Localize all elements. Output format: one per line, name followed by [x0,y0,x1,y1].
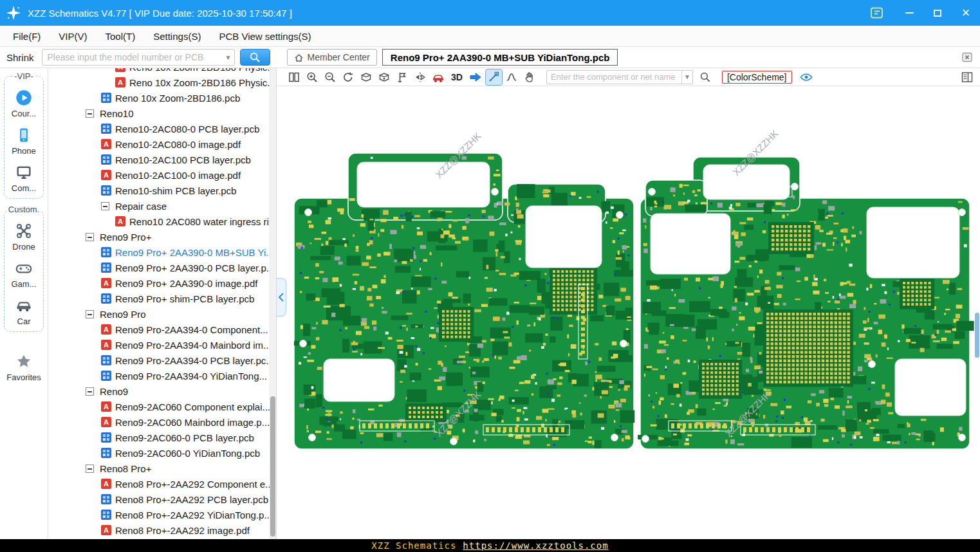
side-panel-toggle-button[interactable] [961,71,974,84]
file-tree-panel: AReno 10x Zoom-2BD186 Physic...AReno 10x… [48,68,277,539]
sidebar-item-course[interactable]: Cour... [5,89,43,118]
tree-item[interactable]: Reno 10x Zoom-2BD186.pcb [48,90,276,106]
curve-tool-button[interactable] [504,69,520,85]
colorscheme-button[interactable]: [ColorScheme] [722,71,792,84]
vip-group-label: -VIP- [12,71,35,81]
tree-item[interactable]: AReno10 2AC080 water ingress ri... [48,214,276,229]
sidebar-item-computer[interactable]: Com... [5,163,43,193]
mirror-flip-button[interactable] [412,69,428,85]
collapse-tree-button[interactable] [277,278,286,317]
rotate-view-button[interactable] [340,69,356,85]
tree-item-label: Reno9-2AC060 Mainbord image.p... [115,417,270,428]
pcb-file-icon [101,510,111,520]
tree-item[interactable]: AReno9 Pro+ 2AA390-0 image.pdf [48,275,276,291]
model-search-input[interactable] [42,52,223,62]
move-arrow-button[interactable] [468,69,484,85]
three-d-button[interactable]: 3D [448,72,466,82]
tree-item[interactable]: Reno9-2AC060-0 YiDianTong.pcb [48,445,276,461]
tree-scrollbar[interactable] [270,68,276,539]
tree-node[interactable]: Repair case [48,198,276,214]
sidebar-item-favorites[interactable]: Favorites [6,353,41,382]
tree-item[interactable]: AReno 10x Zoom-2BD186 Physic... [48,75,276,90]
tree-node[interactable]: Reno9 Pro+ [48,229,276,244]
canvas-scrollbar-thumb[interactable] [975,313,979,358]
vip-status-icon[interactable] [869,6,885,19]
tree-item[interactable]: Reno9 Pro-2AA394-0 YiDianTong... [48,368,276,383]
vip-group: -VIP- Cour...PhoneCom... [4,76,44,199]
pan-hand-button[interactable] [522,69,538,85]
collapse-minus-icon[interactable] [101,202,109,210]
collapse-minus-icon[interactable] [86,465,94,473]
tree-item[interactable]: Reno9 Pro-2AA394-0 PCB layer.pc... [48,353,276,368]
sidebar-item-phone[interactable]: Phone [5,126,43,156]
tree-node[interactable]: Reno9 [48,383,276,399]
computer-icon [15,163,33,181]
tree-item[interactable]: Reno9 Pro+ 2AA390-0 MB+SUB Yi... [48,244,276,260]
sidebar-item-car[interactable]: Car [5,297,43,326]
tree-scrollbar-thumb[interactable] [270,396,275,537]
tree-node[interactable]: Reno8 Pro+ [48,461,276,476]
split-view-button[interactable] [286,69,302,85]
sidebar-item-game[interactable]: Gam... [5,259,43,289]
tree-item[interactable]: AReno 10x Zoom-2BD186 Physic... [48,68,276,75]
tree-item[interactable]: AReno8 Pro+-2AA292 image.pdf [48,522,276,538]
zoom-out-button[interactable] [322,69,338,85]
pcb-file-icon [101,371,111,381]
tree-item[interactable]: Reno9 Pro+ shim-PCB layer.pcb [48,291,276,306]
tree-item-label: Reno9-2AC060-0 PCB layer.pcb [115,432,254,443]
tree-item[interactable]: Reno10-2AC080-0 PCB layer.pcb [48,121,276,136]
tree-node[interactable]: Reno9 Pro [48,306,276,322]
search-button[interactable] [240,49,270,66]
car-mode-button[interactable] [430,69,446,85]
car-icon [15,297,33,315]
collapse-minus-icon[interactable] [86,310,94,318]
vip-group-items: Cour...PhoneCom... [5,89,43,193]
tree-item[interactable]: AReno8 Pro+-2AA292 Component e... [48,476,276,492]
menu-tool[interactable]: Tool(T) [97,31,145,42]
menu-vip[interactable]: VIP(V) [50,31,96,42]
probe-flag-button[interactable] [394,69,410,85]
menu-file[interactable]: File(F) [4,31,50,42]
chevron-down-icon[interactable]: ▼ [681,71,692,84]
collapse-minus-icon[interactable] [86,387,94,396]
sidebar-item-label: Com... [12,183,36,193]
close-tabs-button[interactable] [961,51,974,64]
pcb-canvas[interactable]: XZZ@XZZHKXZZ@XZZHKXZZ@XZZHKXZZ@XZZHK [277,86,980,539]
tree-item[interactable]: Reno10-2AC100 PCB layer.pcb [48,152,276,167]
tree-item[interactable]: Reno9-2AC060-0 PCB layer.pcb [48,430,276,445]
sidebar-item-drone[interactable]: Drone [5,222,43,252]
visibility-button[interactable] [799,71,813,84]
tree-item[interactable]: Reno10-shim PCB layer.pcb [48,183,276,198]
top-layer-button[interactable] [358,69,374,85]
menu-pcb-view-settings[interactable]: PCB View settings(S) [210,31,320,42]
zoom-in-button[interactable] [304,69,320,85]
chevron-down-icon[interactable]: ▼ [223,54,234,61]
shrink-button[interactable]: Shrink [6,52,34,63]
tree-item[interactable]: AReno9 Pro-2AA394-0 Component... [48,322,276,337]
member-center-button[interactable]: Member Center [287,49,377,66]
tree-item[interactable]: Reno9 Pro+ 2AA390-0 PCB layer.p... [48,260,276,275]
minimize-button[interactable] [895,0,923,26]
statusbar-url-link[interactable]: https://www.xzztools.com [463,540,608,551]
net-search-input[interactable] [547,72,681,82]
tree-item[interactable]: Reno8 Pro+-2AA292 YiDianTong.p... [48,507,276,522]
tree-item[interactable]: AReno10-2AC080-0 image.pdf [48,136,276,152]
collapse-minus-icon[interactable] [86,109,94,118]
collapse-minus-icon[interactable] [86,233,94,241]
maximize-button[interactable] [923,0,952,26]
net-search-button[interactable] [698,69,714,85]
tree-item[interactable]: AReno9-2AC060 Component explai... [48,399,276,414]
chevron-left-icon [277,292,285,302]
tree-item[interactable]: AReno10-2AC100-0 image.pdf [48,167,276,183]
menu-settings[interactable]: Settings(S) [144,31,210,42]
tree-item-label: Reno10-2AC100 PCB layer.pcb [115,154,251,165]
tree-item[interactable]: Reno8 Pro+-2AA292 PCB layer.pcb [48,492,276,507]
tree-node[interactable]: Reno10 [48,106,276,121]
tree-item[interactable]: AReno9 Pro-2AA394-0 Mainbord im... [48,337,276,353]
tree-item[interactable]: AReno9-2AC060 Mainbord image.p... [48,414,276,430]
tree-item-label: Reno8 Pro+ [100,463,151,474]
measure-diagonal-button[interactable] [486,69,502,85]
active-document-tab[interactable]: Reno9 Pro+ 2AA390-0 MB+SUB YiDianTong.pc… [382,49,618,66]
close-button[interactable]: × [952,0,980,26]
bottom-layer-button[interactable] [376,69,392,85]
